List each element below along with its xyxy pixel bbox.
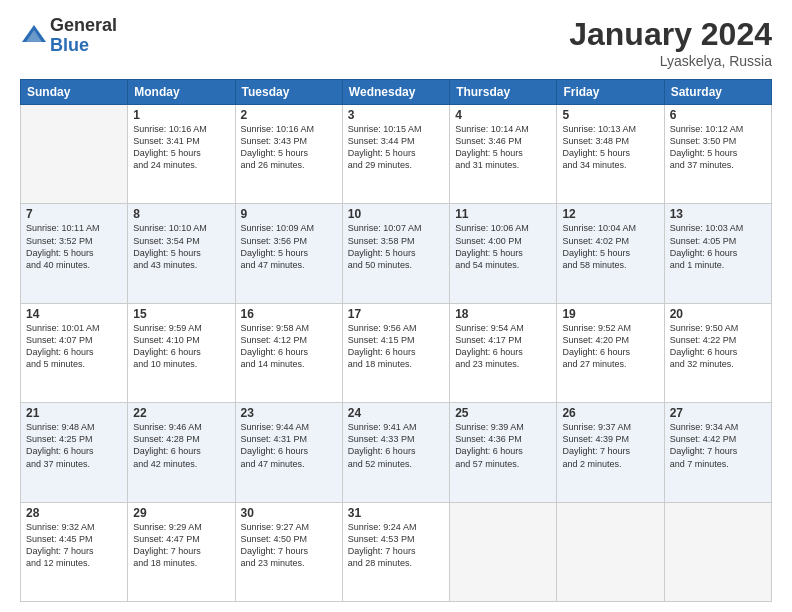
- day-number: 15: [133, 307, 229, 321]
- day-number: 18: [455, 307, 551, 321]
- day-number: 27: [670, 406, 766, 420]
- table-row: 4Sunrise: 10:14 AM Sunset: 3:46 PM Dayli…: [450, 105, 557, 204]
- day-number: 4: [455, 108, 551, 122]
- table-row: 2Sunrise: 10:16 AM Sunset: 3:43 PM Dayli…: [235, 105, 342, 204]
- day-info: Sunrise: 9:56 AM Sunset: 4:15 PM Dayligh…: [348, 322, 444, 371]
- day-number: 3: [348, 108, 444, 122]
- table-row: 19Sunrise: 9:52 AM Sunset: 4:20 PM Dayli…: [557, 303, 664, 402]
- table-row: 14Sunrise: 10:01 AM Sunset: 4:07 PM Dayl…: [21, 303, 128, 402]
- table-row: 15Sunrise: 9:59 AM Sunset: 4:10 PM Dayli…: [128, 303, 235, 402]
- day-info: Sunrise: 9:52 AM Sunset: 4:20 PM Dayligh…: [562, 322, 658, 371]
- day-number: 17: [348, 307, 444, 321]
- table-row: 29Sunrise: 9:29 AM Sunset: 4:47 PM Dayli…: [128, 502, 235, 601]
- day-info: Sunrise: 9:54 AM Sunset: 4:17 PM Dayligh…: [455, 322, 551, 371]
- col-friday: Friday: [557, 80, 664, 105]
- table-row: [664, 502, 771, 601]
- table-row: [21, 105, 128, 204]
- day-number: 20: [670, 307, 766, 321]
- table-row: 13Sunrise: 10:03 AM Sunset: 4:05 PM Dayl…: [664, 204, 771, 303]
- day-info: Sunrise: 10:12 AM Sunset: 3:50 PM Daylig…: [670, 123, 766, 172]
- day-number: 11: [455, 207, 551, 221]
- col-saturday: Saturday: [664, 80, 771, 105]
- day-info: Sunrise: 10:01 AM Sunset: 4:07 PM Daylig…: [26, 322, 122, 371]
- location: Lyaskelya, Russia: [569, 53, 772, 69]
- day-number: 16: [241, 307, 337, 321]
- day-info: Sunrise: 9:46 AM Sunset: 4:28 PM Dayligh…: [133, 421, 229, 470]
- day-number: 22: [133, 406, 229, 420]
- table-row: 16Sunrise: 9:58 AM Sunset: 4:12 PM Dayli…: [235, 303, 342, 402]
- table-row: [450, 502, 557, 601]
- calendar-week-row: 1Sunrise: 10:16 AM Sunset: 3:41 PM Dayli…: [21, 105, 772, 204]
- table-row: 1Sunrise: 10:16 AM Sunset: 3:41 PM Dayli…: [128, 105, 235, 204]
- table-row: 5Sunrise: 10:13 AM Sunset: 3:48 PM Dayli…: [557, 105, 664, 204]
- day-number: 8: [133, 207, 229, 221]
- col-monday: Monday: [128, 80, 235, 105]
- calendar-week-row: 28Sunrise: 9:32 AM Sunset: 4:45 PM Dayli…: [21, 502, 772, 601]
- table-row: 20Sunrise: 9:50 AM Sunset: 4:22 PM Dayli…: [664, 303, 771, 402]
- logo-blue-text: Blue: [50, 36, 117, 56]
- day-number: 5: [562, 108, 658, 122]
- logo-icon: [20, 22, 48, 50]
- day-info: Sunrise: 10:10 AM Sunset: 3:54 PM Daylig…: [133, 222, 229, 271]
- day-number: 21: [26, 406, 122, 420]
- day-info: Sunrise: 9:41 AM Sunset: 4:33 PM Dayligh…: [348, 421, 444, 470]
- day-number: 13: [670, 207, 766, 221]
- day-info: Sunrise: 9:34 AM Sunset: 4:42 PM Dayligh…: [670, 421, 766, 470]
- day-info: Sunrise: 9:37 AM Sunset: 4:39 PM Dayligh…: [562, 421, 658, 470]
- day-number: 25: [455, 406, 551, 420]
- table-row: 10Sunrise: 10:07 AM Sunset: 3:58 PM Dayl…: [342, 204, 449, 303]
- table-row: 7Sunrise: 10:11 AM Sunset: 3:52 PM Dayli…: [21, 204, 128, 303]
- day-info: Sunrise: 10:14 AM Sunset: 3:46 PM Daylig…: [455, 123, 551, 172]
- day-number: 2: [241, 108, 337, 122]
- day-number: 24: [348, 406, 444, 420]
- day-info: Sunrise: 10:09 AM Sunset: 3:56 PM Daylig…: [241, 222, 337, 271]
- table-row: 30Sunrise: 9:27 AM Sunset: 4:50 PM Dayli…: [235, 502, 342, 601]
- table-row: 8Sunrise: 10:10 AM Sunset: 3:54 PM Dayli…: [128, 204, 235, 303]
- logo-text: General Blue: [50, 16, 117, 56]
- day-number: 14: [26, 307, 122, 321]
- col-sunday: Sunday: [21, 80, 128, 105]
- day-number: 29: [133, 506, 229, 520]
- day-number: 1: [133, 108, 229, 122]
- col-thursday: Thursday: [450, 80, 557, 105]
- calendar-page: General Blue January 2024 Lyaskelya, Rus…: [0, 0, 792, 612]
- day-number: 30: [241, 506, 337, 520]
- day-number: 10: [348, 207, 444, 221]
- table-row: 25Sunrise: 9:39 AM Sunset: 4:36 PM Dayli…: [450, 403, 557, 502]
- table-row: 6Sunrise: 10:12 AM Sunset: 3:50 PM Dayli…: [664, 105, 771, 204]
- day-number: 19: [562, 307, 658, 321]
- day-info: Sunrise: 10:13 AM Sunset: 3:48 PM Daylig…: [562, 123, 658, 172]
- col-tuesday: Tuesday: [235, 80, 342, 105]
- day-info: Sunrise: 9:58 AM Sunset: 4:12 PM Dayligh…: [241, 322, 337, 371]
- month-title: January 2024: [569, 16, 772, 53]
- calendar-week-row: 21Sunrise: 9:48 AM Sunset: 4:25 PM Dayli…: [21, 403, 772, 502]
- day-info: Sunrise: 10:06 AM Sunset: 4:00 PM Daylig…: [455, 222, 551, 271]
- day-info: Sunrise: 10:16 AM Sunset: 3:41 PM Daylig…: [133, 123, 229, 172]
- table-row: 26Sunrise: 9:37 AM Sunset: 4:39 PM Dayli…: [557, 403, 664, 502]
- day-info: Sunrise: 10:03 AM Sunset: 4:05 PM Daylig…: [670, 222, 766, 271]
- logo-general-text: General: [50, 16, 117, 36]
- table-row: 17Sunrise: 9:56 AM Sunset: 4:15 PM Dayli…: [342, 303, 449, 402]
- day-info: Sunrise: 9:27 AM Sunset: 4:50 PM Dayligh…: [241, 521, 337, 570]
- logo: General Blue: [20, 16, 117, 56]
- day-info: Sunrise: 9:59 AM Sunset: 4:10 PM Dayligh…: [133, 322, 229, 371]
- calendar-header-row: Sunday Monday Tuesday Wednesday Thursday…: [21, 80, 772, 105]
- title-area: January 2024 Lyaskelya, Russia: [569, 16, 772, 69]
- table-row: 31Sunrise: 9:24 AM Sunset: 4:53 PM Dayli…: [342, 502, 449, 601]
- table-row: 27Sunrise: 9:34 AM Sunset: 4:42 PM Dayli…: [664, 403, 771, 502]
- table-row: 18Sunrise: 9:54 AM Sunset: 4:17 PM Dayli…: [450, 303, 557, 402]
- calendar-week-row: 7Sunrise: 10:11 AM Sunset: 3:52 PM Dayli…: [21, 204, 772, 303]
- table-row: 24Sunrise: 9:41 AM Sunset: 4:33 PM Dayli…: [342, 403, 449, 502]
- day-number: 12: [562, 207, 658, 221]
- table-row: 12Sunrise: 10:04 AM Sunset: 4:02 PM Dayl…: [557, 204, 664, 303]
- table-row: 9Sunrise: 10:09 AM Sunset: 3:56 PM Dayli…: [235, 204, 342, 303]
- table-row: 23Sunrise: 9:44 AM Sunset: 4:31 PM Dayli…: [235, 403, 342, 502]
- calendar-table: Sunday Monday Tuesday Wednesday Thursday…: [20, 79, 772, 602]
- day-info: Sunrise: 10:11 AM Sunset: 3:52 PM Daylig…: [26, 222, 122, 271]
- header: General Blue January 2024 Lyaskelya, Rus…: [20, 16, 772, 69]
- col-wednesday: Wednesday: [342, 80, 449, 105]
- table-row: 28Sunrise: 9:32 AM Sunset: 4:45 PM Dayli…: [21, 502, 128, 601]
- day-number: 9: [241, 207, 337, 221]
- day-info: Sunrise: 9:32 AM Sunset: 4:45 PM Dayligh…: [26, 521, 122, 570]
- day-info: Sunrise: 10:04 AM Sunset: 4:02 PM Daylig…: [562, 222, 658, 271]
